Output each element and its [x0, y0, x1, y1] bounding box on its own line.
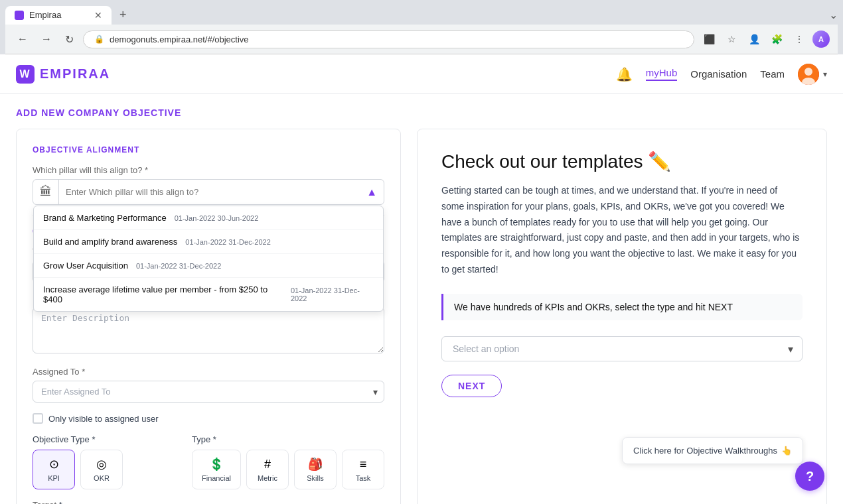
browser-profile-avatar[interactable]: A	[812, 31, 830, 48]
type-card-skills[interactable]: 🎒 Skills	[294, 450, 337, 489]
nav-team[interactable]: Team	[760, 68, 785, 80]
template-select-wrapper: Select an option ▾	[441, 336, 803, 361]
tab-close-button[interactable]: ✕	[94, 10, 102, 21]
financial-icon: 💲	[209, 457, 224, 472]
objective-type-cards: ⊙ KPI ◎ OKR	[33, 450, 176, 489]
skills-label: Skills	[307, 474, 324, 482]
header-right: 🔔 myHub Organisation Team ▾	[616, 64, 827, 85]
okr-label: OKR	[94, 474, 110, 482]
assigned-to-label: Assigned To *	[33, 367, 384, 377]
target-label: Target *	[33, 500, 384, 504]
objective-type-group: Objective Type * ⊙ KPI ◎ OKR	[33, 434, 176, 489]
dropdown-item-2[interactable]: Build and amplify brand awareness 01-Jan…	[34, 230, 383, 254]
dropdown-item-1-label: Brand & Marketing Performance	[43, 213, 167, 223]
app-logo: W EMPIRAA	[16, 65, 110, 84]
browser-toolbar: ← → ↻ 🔒 demogonuts.empiraa.net/#/objecti…	[5, 25, 838, 54]
dropdown-item-3-date: 01-Jan-2022 31-Dec-2022	[136, 262, 221, 270]
nav-myhub[interactable]: myHub	[646, 67, 678, 81]
account-circle-icon[interactable]: 👤	[745, 30, 763, 48]
dropdown-item-4[interactable]: Increase average lifetime value per memb…	[34, 278, 383, 311]
description-textarea[interactable]	[33, 307, 384, 353]
type-card-task[interactable]: ≡ Task	[342, 450, 384, 489]
visible-label: Only visible to assigned user	[48, 414, 158, 424]
pillar-chevron-icon[interactable]: ▲	[366, 186, 377, 198]
page-title: ADD NEW COMPANY OBJECTIVE	[16, 107, 827, 118]
okr-icon: ◎	[96, 457, 107, 472]
tab-favicon	[15, 11, 24, 20]
metric-icon: #	[264, 458, 271, 472]
type-label: Type *	[192, 434, 384, 444]
extension-puzzle-icon[interactable]: 🧩	[767, 30, 786, 48]
lock-icon: 🔒	[94, 34, 104, 44]
app-header: W EMPIRAA 🔔 myHub Organisation Team ▾	[0, 54, 843, 94]
help-fab-button[interactable]: ?	[795, 462, 824, 491]
skills-icon: 🎒	[308, 457, 323, 472]
dropdown-item-2-date: 01-Jan-2022 31-Dec-2022	[185, 238, 270, 246]
logo-text: EMPIRAA	[40, 66, 110, 82]
metric-label: Metric	[258, 474, 277, 482]
browser-chrome: Empiraa ✕ + ⌄ ← → ↻ 🔒 demogonuts.empiraa…	[0, 0, 843, 54]
objective-type-label: Objective Type *	[33, 434, 176, 444]
type-card-metric[interactable]: # Metric	[246, 450, 289, 489]
walkthrough-text: Click here for Objective Walkthroughs	[633, 446, 777, 456]
logo-icon: W	[16, 65, 35, 84]
notification-bell-icon[interactable]: 🔔	[616, 66, 633, 82]
dropdown-item-2-label: Build and amplify brand awareness	[43, 237, 177, 247]
kpi-label: KPI	[48, 474, 60, 482]
type-card-okr[interactable]: ◎ OKR	[80, 450, 123, 489]
pillar-form-group: Which pillar will this align to? * 🏛 ▲ B…	[33, 165, 384, 205]
pillar-dropdown: Brand & Marketing Performance 01-Jan-202…	[33, 206, 384, 312]
back-button[interactable]: ←	[13, 31, 32, 48]
type-group: Type * 💲 Financial # Metric	[192, 434, 384, 489]
form-panel: OBJECTIVE ALIGNMENT Which pillar will th…	[16, 129, 401, 504]
more-options-icon[interactable]: ⋮	[790, 30, 808, 48]
dropdown-item-4-label: Increase average lifetime value per memb…	[43, 284, 283, 304]
walkthrough-emoji-icon: 👆	[781, 446, 792, 456]
visible-checkbox[interactable]	[33, 413, 43, 424]
alignment-section-title: OBJECTIVE ALIGNMENT	[33, 145, 384, 155]
visible-checkbox-row: Only visible to assigned user	[33, 413, 384, 424]
svg-point-1	[805, 68, 812, 76]
tab-overflow-button[interactable]: ⌄	[829, 9, 838, 21]
new-tab-button[interactable]: +	[114, 5, 132, 25]
address-text: demogonuts.empiraa.net/#/objective	[110, 34, 249, 44]
dropdown-item-3[interactable]: Grow User Acquisition 01-Jan-2022 31-Dec…	[34, 254, 383, 278]
address-bar[interactable]: 🔒 demogonuts.empiraa.net/#/objective	[83, 31, 694, 48]
financial-label: Financial	[202, 474, 231, 482]
walkthrough-tooltip[interactable]: Click here for Objective Walkthroughs 👆	[622, 437, 803, 464]
type-cards: 💲 Financial # Metric 🎒 Skills	[192, 450, 384, 489]
toolbar-icons: ⬛ ☆ 👤 🧩 ⋮ A	[700, 30, 830, 48]
pillar-input[interactable]	[59, 182, 384, 202]
template-highlight: We have hundreds of KPIs and OKRs, selec…	[441, 294, 803, 320]
template-description: Getting started can be tough at times, a…	[441, 183, 803, 278]
profile-menu[interactable]: ▾	[798, 64, 827, 85]
template-title: Check out our templates ✏️	[441, 151, 803, 172]
profile-chevron-icon: ▾	[823, 70, 827, 79]
tab-bar: Empiraa ✕ + ⌄	[5, 5, 838, 25]
tab-title: Empiraa	[29, 10, 61, 20]
type-card-financial[interactable]: 💲 Financial	[192, 450, 241, 489]
pillar-building-icon: 🏛	[33, 180, 59, 204]
type-card-kpi[interactable]: ⊙ KPI	[33, 450, 75, 489]
kpi-icon: ⊙	[49, 457, 59, 472]
profile-avatar	[798, 64, 819, 85]
forward-button[interactable]: →	[37, 31, 56, 48]
dropdown-item-1[interactable]: Brand & Marketing Performance 01-Jan-202…	[34, 206, 383, 230]
template-select[interactable]: Select an option	[441, 336, 803, 361]
active-tab[interactable]: Empiraa ✕	[5, 6, 112, 25]
task-label: Task	[356, 474, 371, 482]
task-icon: ≡	[360, 458, 367, 472]
extensions-icon[interactable]: ⬛	[700, 30, 718, 48]
dropdown-item-1-date: 01-Jan-2022 30-Jun-2022	[175, 214, 259, 222]
next-button[interactable]: NEXT	[441, 375, 502, 397]
type-section: Objective Type * ⊙ KPI ◎ OKR	[33, 434, 384, 489]
assigned-to-select[interactable]: Enter Assigned To	[33, 381, 384, 403]
assigned-to-form-group: Assigned To * Enter Assigned To ▾	[33, 367, 384, 403]
pillar-label: Which pillar will this align to? *	[33, 165, 384, 175]
pillar-input-wrapper: 🏛 ▲ Brand & Marketing Performance 01-Jan…	[33, 179, 384, 205]
bookmark-icon[interactable]: ☆	[722, 30, 741, 48]
nav-organisation[interactable]: Organisation	[690, 68, 747, 80]
assigned-to-select-wrapper: Enter Assigned To ▾	[33, 381, 384, 403]
target-form-group: Target *	[33, 500, 384, 504]
reload-button[interactable]: ↻	[61, 31, 78, 48]
